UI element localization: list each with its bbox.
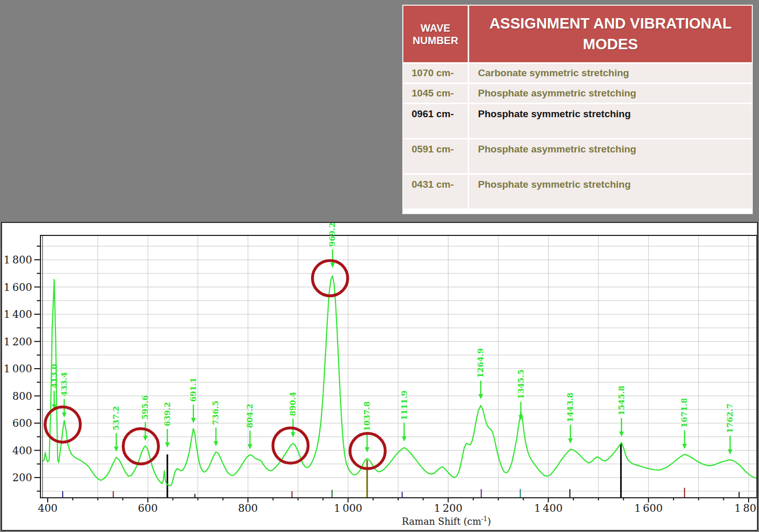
y-tick-label: 1 000 [4,362,32,375]
assignment-cell: Carbonate symmetric stretching [469,64,752,82]
peak-arrow-head [402,436,406,441]
header-assignment: ASSIGNMENT AND VIBRATIONAL MODES [469,6,752,62]
assignment-cell: Phosphate asymmetric stretching [469,139,752,173]
x-tick-label: 1 000 [334,502,362,514]
wavenumber-cell: 1045 cm- [403,84,469,103]
peak-label: 1111.9 [400,390,409,420]
table-row: 1045 cm-Phosphate asymmetric stretching [403,82,752,103]
peak-arrow-head [479,394,483,399]
peak-label: 1443.8 [566,393,575,422]
peak-label: 890.4 [288,392,298,416]
peak-arrow-head [568,438,573,443]
peak-label: 595.6 [140,395,150,419]
peak-label: 1345.5 [516,369,526,399]
peak-arrow-head [365,447,370,452]
peak-label: 691.1 [189,377,198,402]
peak-label: 1545.8 [617,386,626,415]
peak-label: 969.2 [328,223,337,247]
x-tick-label: 800 [238,502,258,514]
spectrum-line [43,276,757,486]
assignment-cell: Phosphate asymmetric stretching [469,84,752,103]
peak-arrow-head [114,446,119,452]
peak-label: 537.2 [111,406,121,430]
peak-label: 639.2 [163,402,172,426]
wavenumber-cell: 0431 cm- [403,175,469,208]
raman-spectrum-panel: 2004006008001 0001 2001 4001 6001 800400… [1,222,758,531]
y-tick-label: 200 [12,471,32,484]
peak-arrow-head [682,444,687,449]
assignment-cell: Phosphate symmetric stretching [469,175,752,208]
x-tick-label: 1 600 [634,502,663,514]
peak-label: 736.5 [211,401,220,425]
header-wave-number: WAVE NUMBER [403,6,469,62]
peak-arrow-head [330,263,335,268]
x-tick-label: 1 800 [735,502,757,514]
table-body: 1070 cm-Carbonate symmetric stretching10… [403,62,752,208]
x-tick-label: 400 [38,502,58,514]
peak-arrow-head [728,449,733,454]
y-tick-label: 1 200 [4,335,32,348]
y-tick-label: 1 600 [4,281,32,293]
peak-label: 1671.8 [680,398,689,427]
x-tick-label: 1 400 [534,502,563,514]
y-tick-label: 600 [12,417,32,429]
table-row: 0591 cm-Phosphate asymmetric stretching [403,138,752,173]
peak-label: 1037.8 [362,401,372,431]
y-tick-label: 400 [12,444,32,457]
y-tick-label: 800 [12,390,32,402]
y-tick-label: 1 800 [4,254,32,266]
raman-spectrum-chart: 2004006008001 0001 2001 4001 6001 800400… [2,223,757,530]
peak-label: 1762.7 [725,403,735,433]
table-row: 1070 cm-Carbonate symmetric stretching [403,62,752,82]
vibrational-modes-table: WAVE NUMBER ASSIGNMENT AND VIBRATIONAL M… [402,5,753,214]
table-row: 0431 cm-Phosphate symmetric stretching [403,173,752,208]
peak-label: 1264.9 [476,348,485,378]
peak-arrow-head [62,413,66,418]
peak-arrow-head [214,441,218,446]
wavenumber-cell: 1070 cm- [403,64,469,82]
peak-label: 433.4 [60,372,69,397]
peak-label: 804.2 [245,403,255,428]
x-axis-title: Raman Shift (cm-1) [402,515,491,527]
wavenumber-cell: 0961 cm- [403,104,469,138]
peak-arrow-head [165,442,170,447]
peak-label: 413.0 [50,364,59,388]
table-header-row: WAVE NUMBER ASSIGNMENT AND VIBRATIONAL M… [403,6,752,62]
x-tick-label: 600 [138,502,158,514]
highlight-circle [123,429,159,464]
peak-arrow-head [619,431,624,437]
table-row: 0961 cm-Phosphate symmetric stretching [403,103,752,138]
x-tick-label: 1 200 [434,502,462,514]
y-tick-label: 1 400 [4,308,32,320]
peak-arrow-head [248,444,252,449]
wavenumber-cell: 0591 cm- [403,139,469,173]
assignment-cell: Phosphate symmetric stretching [469,104,752,138]
peak-arrow-head [143,436,148,441]
peak-arrow-head [191,418,196,423]
